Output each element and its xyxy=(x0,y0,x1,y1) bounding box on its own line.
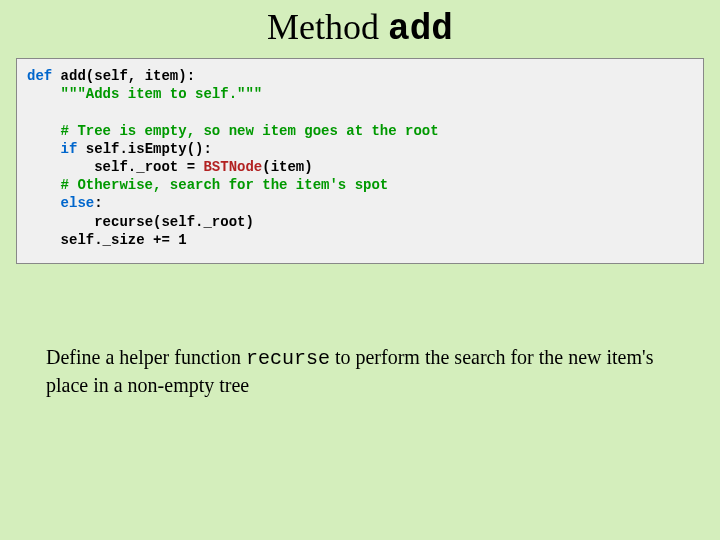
code-text: add(self, item): xyxy=(52,68,195,84)
indent xyxy=(27,86,61,102)
caption: Define a helper function recurse to perf… xyxy=(46,344,674,399)
code-text: : xyxy=(94,195,102,211)
indent xyxy=(27,214,94,230)
indent xyxy=(27,123,61,139)
code-text: recurse(self._root) xyxy=(94,214,254,230)
code-text: self.isEmpty(): xyxy=(77,141,211,157)
kw-if: if xyxy=(61,141,78,157)
indent xyxy=(27,141,61,157)
code-text: (item) xyxy=(262,159,312,175)
code-block: def add(self, item): """Adds item to sel… xyxy=(16,58,704,264)
comment: # Tree is empty, so new item goes at the… xyxy=(61,123,439,139)
kw-else: else xyxy=(61,195,95,211)
slide-title: Method add xyxy=(0,0,720,58)
title-method: add xyxy=(388,9,453,50)
indent xyxy=(27,232,61,248)
indent xyxy=(27,159,94,175)
indent xyxy=(27,195,61,211)
class-name: BSTNode xyxy=(203,159,262,175)
caption-text: Define a helper function xyxy=(46,346,246,368)
kw-def: def xyxy=(27,68,52,84)
code-text: self._root = xyxy=(94,159,203,175)
comment: # Otherwise, search for the item's spot xyxy=(61,177,389,193)
docstring: """Adds item to self.""" xyxy=(61,86,263,102)
title-prefix: Method xyxy=(267,7,388,47)
caption-mono: recurse xyxy=(246,347,330,370)
code-text: self._size += 1 xyxy=(61,232,187,248)
indent xyxy=(27,177,61,193)
